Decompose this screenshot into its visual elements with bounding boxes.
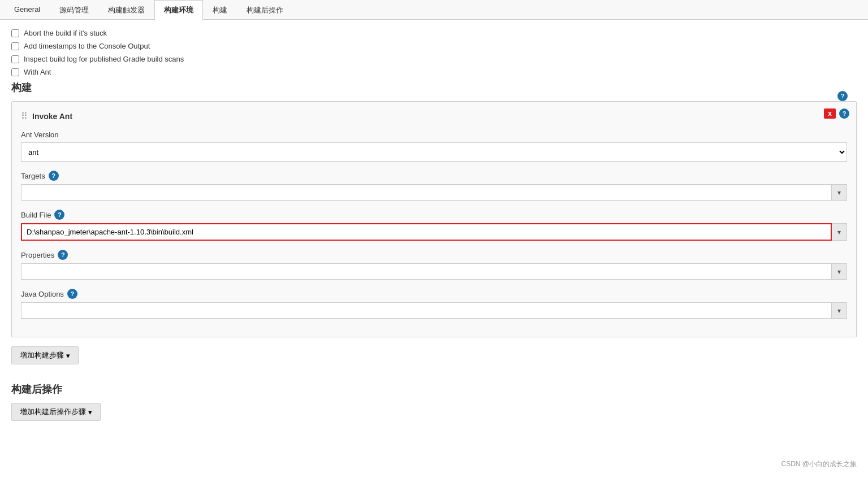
label-withant[interactable]: With Ant: [24, 68, 51, 76]
card-help-icon[interactable]: ?: [839, 108, 849, 119]
add-build-step-button[interactable]: 增加构建步骤 ▾: [11, 346, 79, 364]
main-content: Abort the build if it's stuck Add timest…: [0, 20, 868, 444]
properties-label: Properties ?: [21, 250, 847, 260]
checkbox-row-abort: Abort the build if it's stuck: [11, 29, 857, 37]
java-options-help-icon[interactable]: ?: [67, 289, 77, 299]
targets-help-icon[interactable]: ?: [49, 171, 59, 181]
label-timestamps[interactable]: Add timestamps to the Console Output: [24, 42, 150, 50]
tab-build[interactable]: 构建: [203, 0, 237, 20]
add-post-build-label: 增加构建后操作步骤: [20, 407, 86, 417]
checkbox-row-withant: With Ant: [11, 68, 857, 76]
post-build-section: 构建后操作 增加构建后操作步骤 ▾: [11, 383, 857, 434]
build-file-help-icon[interactable]: ?: [54, 210, 64, 220]
targets-label: Targets ?: [21, 171, 847, 181]
build-file-label: Build File ?: [21, 210, 847, 220]
build-env-section: Abort the build if it's stuck Add timest…: [11, 29, 857, 76]
build-file-group: Build File ? ▾: [21, 210, 847, 241]
add-build-step-arrow: ▾: [66, 351, 70, 360]
card-header: ⠿ Invoke Ant: [21, 111, 847, 121]
checkbox-row-gradle: Inspect build log for published Gradle b…: [11, 55, 857, 63]
label-abort[interactable]: Abort the build if it's stuck: [24, 29, 107, 37]
build-file-input-group: ▾: [21, 223, 847, 241]
checkbox-abort[interactable]: [11, 29, 19, 37]
ant-version-select[interactable]: ant: [21, 142, 847, 162]
card-actions: x ?: [824, 108, 849, 119]
java-options-group: Java Options ? ▾: [21, 289, 847, 319]
properties-input-group: ▾: [21, 263, 847, 280]
checkbox-withant[interactable]: [11, 68, 19, 76]
withant-help-icon[interactable]: ?: [837, 91, 848, 101]
add-build-step-label: 增加构建步骤: [20, 350, 64, 360]
tab-post[interactable]: 构建后操作: [237, 0, 293, 20]
properties-help-icon[interactable]: ?: [58, 250, 68, 260]
targets-dropdown-btn[interactable]: ▾: [832, 184, 847, 201]
invoke-ant-card: ⠿ Invoke Ant x ? Ant Version ant Targets: [11, 101, 857, 337]
remove-card-button[interactable]: x: [824, 108, 836, 119]
build-file-input[interactable]: [21, 223, 832, 241]
properties-input[interactable]: [21, 263, 832, 280]
add-post-build-arrow: ▾: [88, 408, 92, 416]
page-wrapper: General 源码管理 构建触发器 构建环境 构建 构建后操作 Abort t…: [0, 0, 868, 478]
targets-input-group: ▾: [21, 184, 847, 201]
ant-version-label: Ant Version: [21, 131, 847, 139]
tab-env[interactable]: 构建环境: [154, 0, 203, 20]
tab-source[interactable]: 源码管理: [50, 0, 98, 20]
build-file-dropdown-btn[interactable]: ▾: [832, 223, 847, 241]
java-options-input-group: ▾: [21, 302, 847, 319]
card-title: Invoke Ant: [32, 112, 72, 121]
label-gradle[interactable]: Inspect build log for published Gradle b…: [24, 55, 184, 63]
properties-group: Properties ? ▾: [21, 250, 847, 280]
post-build-heading: 构建后操作: [11, 383, 857, 396]
checkbox-gradle[interactable]: [11, 55, 19, 63]
java-options-input[interactable]: [21, 302, 832, 319]
targets-input[interactable]: [21, 184, 832, 201]
drag-handle-icon[interactable]: ⠿: [21, 111, 28, 121]
java-options-dropdown-btn[interactable]: ▾: [832, 302, 847, 319]
checkbox-row-timestamps: Add timestamps to the Console Output: [11, 42, 857, 50]
tabs-bar: General 源码管理 构建触发器 构建环境 构建 构建后操作: [0, 0, 868, 20]
targets-group: Targets ? ▾: [21, 171, 847, 201]
tab-triggers[interactable]: 构建触发器: [98, 0, 154, 20]
properties-dropdown-btn[interactable]: ▾: [832, 263, 847, 280]
tab-general[interactable]: General: [5, 0, 50, 20]
checkbox-timestamps[interactable]: [11, 42, 19, 50]
add-post-build-step-button[interactable]: 增加构建后操作步骤 ▾: [11, 403, 101, 421]
java-options-label: Java Options ?: [21, 289, 847, 299]
ant-version-group: Ant Version ant: [21, 131, 847, 162]
build-heading: 构建: [11, 81, 857, 94]
watermark: CSDN @小白的成长之旅: [781, 459, 857, 469]
